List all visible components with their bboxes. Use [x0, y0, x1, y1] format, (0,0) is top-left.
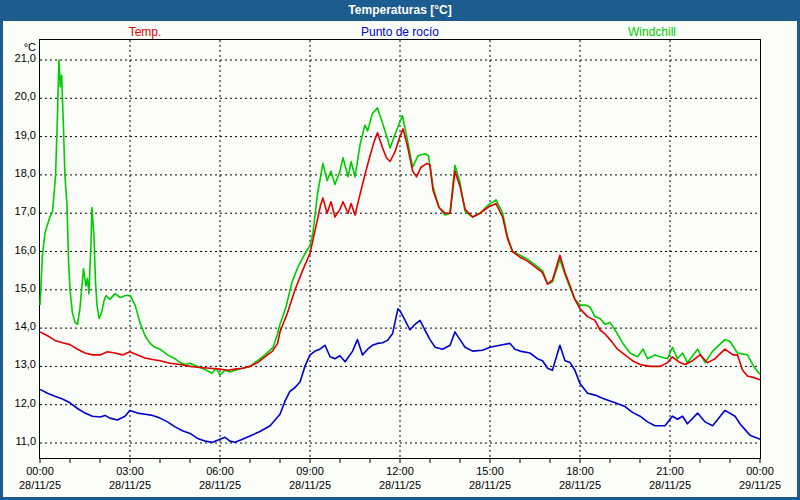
plot-svg	[40, 40, 760, 458]
y-tick-label: 21,0	[0, 52, 36, 64]
x-tick-date: 28/11/25	[289, 478, 331, 492]
x-tick-time: 00:00	[19, 464, 61, 478]
x-tick-date: 28/11/25	[469, 478, 511, 492]
x-tick-label: 12:0028/11/25	[379, 464, 421, 492]
x-tick-time: 18:00	[559, 464, 601, 478]
x-tick-time: 00:00	[739, 464, 781, 478]
y-tick-label: 15,0	[0, 282, 36, 294]
y-tick-label: 14,0	[0, 320, 36, 332]
legend-item-temp: Temp.	[129, 25, 162, 39]
x-tick-date: 28/11/25	[19, 478, 61, 492]
x-tick-time: 15:00	[469, 464, 511, 478]
x-tick-label: 03:0028/11/25	[109, 464, 151, 492]
x-tick-label: 09:0028/11/25	[289, 464, 331, 492]
y-tick-label: 20,0	[0, 90, 36, 102]
plot-area	[39, 39, 761, 459]
y-tick-label: 13,0	[0, 358, 36, 370]
x-tick-date: 28/11/25	[379, 478, 421, 492]
legend-label-temp: Temp.	[129, 25, 162, 39]
x-tick-label: 06:0028/11/25	[199, 464, 241, 492]
x-tick-label: 00:0029/11/25	[739, 464, 781, 492]
y-tick-label: 18,0	[0, 167, 36, 179]
y-tick-label: 11,0	[0, 435, 36, 447]
legend-item-dew-point: Punto de rocío	[361, 25, 439, 39]
y-tick-label: 19,0	[0, 129, 36, 141]
window-titlebar: Temperaturas [°C]	[0, 0, 800, 21]
x-tick-time: 03:00	[109, 464, 151, 478]
x-tick-label: 00:0028/11/25	[19, 464, 61, 492]
x-tick-label: 15:0028/11/25	[469, 464, 511, 492]
x-tick-time: 06:00	[199, 464, 241, 478]
x-tick-label: 21:0028/11/25	[649, 464, 691, 492]
legend-item-windchill: Windchill	[628, 25, 676, 39]
x-tick-time: 12:00	[379, 464, 421, 478]
y-tick-label: 17,0	[0, 205, 36, 217]
y-tick-label: 16,0	[0, 244, 36, 256]
legend-label-windchill: Windchill	[628, 25, 676, 39]
x-tick-date: 28/11/25	[649, 478, 691, 492]
x-tick-date: 28/11/25	[559, 478, 601, 492]
x-tick-date: 28/11/25	[109, 478, 151, 492]
x-tick-label: 18:0028/11/25	[559, 464, 601, 492]
windchill-line	[40, 60, 760, 375]
x-tick-date: 29/11/25	[739, 478, 781, 492]
chart-window: Temperaturas [°C] Temp. Punto de rocío W…	[0, 0, 800, 500]
window-title: Temperaturas [°C]	[348, 3, 451, 17]
legend-label-dew-point: Punto de rocío	[361, 25, 439, 39]
x-tick-time: 09:00	[289, 464, 331, 478]
x-tick-date: 28/11/25	[199, 478, 241, 492]
y-tick-label: 12,0	[0, 397, 36, 409]
x-tick-time: 21:00	[649, 464, 691, 478]
